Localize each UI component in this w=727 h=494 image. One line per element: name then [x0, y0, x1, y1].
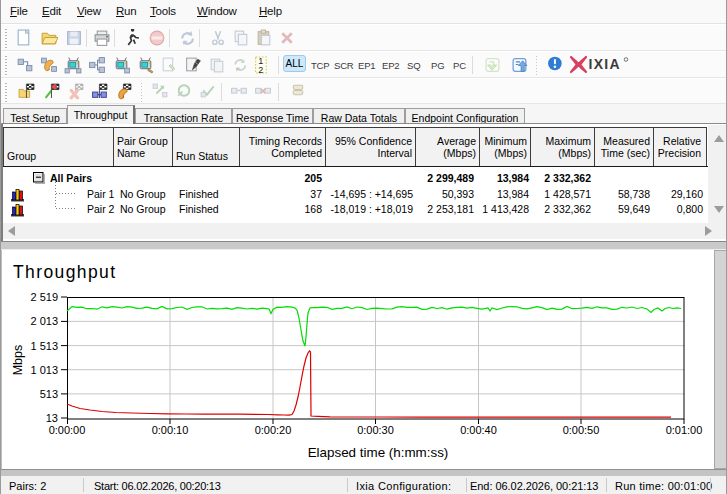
svg-text:1 513: 1 513 [30, 340, 58, 352]
svg-text:IXIA: IXIA [589, 56, 621, 72]
svg-text:Elapsed time (h:mm:ss): Elapsed time (h:mm:ss) [308, 445, 449, 460]
svg-text:0:00:40: 0:00:40 [460, 424, 497, 436]
svg-text:13: 13 [46, 412, 58, 424]
svg-text:0:01:00: 0:01:00 [666, 424, 703, 436]
svg-text:1 013: 1 013 [30, 364, 58, 376]
svg-text:0:00:10: 0:00:10 [152, 424, 189, 436]
svg-text:2 519: 2 519 [30, 291, 58, 303]
svg-text:0:00:50: 0:00:50 [563, 424, 600, 436]
svg-text:0:00:20: 0:00:20 [255, 424, 292, 436]
svg-text:513: 513 [40, 388, 58, 400]
svg-text:0:00:30: 0:00:30 [357, 424, 394, 436]
svg-text:2: 2 [258, 65, 263, 74]
svg-text:2 013: 2 013 [30, 315, 58, 327]
svg-text:0:00:00: 0:00:00 [49, 424, 86, 436]
svg-text:Mbps: Mbps [11, 345, 25, 376]
